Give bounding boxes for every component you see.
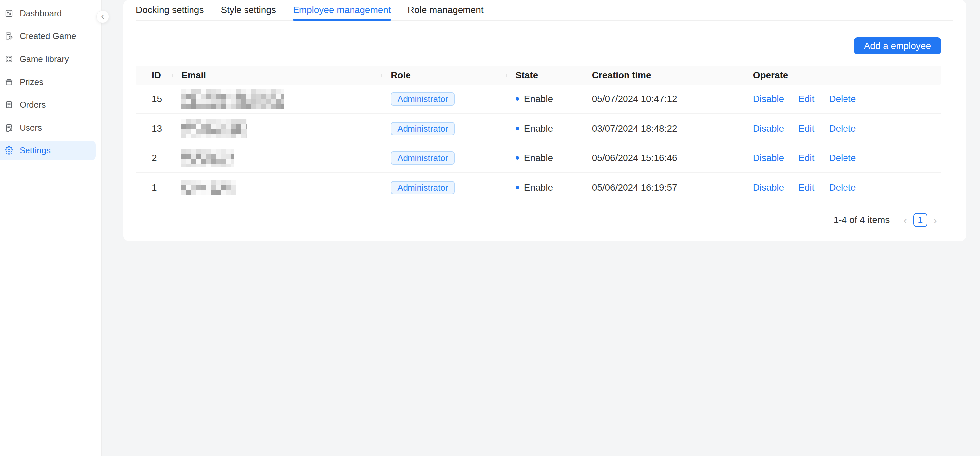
cell-operate: Disable Edit Delete bbox=[744, 123, 941, 134]
cell-creation-time: 05/06/2024 15:16:46 bbox=[583, 153, 744, 163]
delete-link[interactable]: Delete bbox=[829, 153, 856, 163]
disable-link[interactable]: Disable bbox=[753, 182, 784, 193]
cell-id: 15 bbox=[136, 94, 172, 104]
cell-id: 13 bbox=[136, 123, 172, 134]
table-row: 1 Administrator Enable 05/06/2024 16:19:… bbox=[136, 173, 941, 202]
edit-link[interactable]: Edit bbox=[799, 182, 815, 193]
sidebar-item-settings[interactable]: Settings bbox=[0, 140, 96, 160]
delete-link[interactable]: Delete bbox=[829, 94, 856, 104]
chevron-left-icon: ‹ bbox=[101, 11, 104, 21]
sidebar-item-label: Prizes bbox=[19, 77, 43, 87]
column-header-creation-time: Creation time bbox=[583, 70, 744, 81]
state-label: Enable bbox=[524, 123, 553, 134]
cell-id: 2 bbox=[136, 153, 172, 163]
sidebar-item-prizes[interactable]: Prizes bbox=[0, 72, 101, 92]
cell-state: Enable bbox=[506, 123, 583, 134]
enable-status-dot bbox=[515, 186, 519, 189]
sidebar-item-game-library[interactable]: Game library bbox=[0, 49, 101, 69]
cell-operate: Disable Edit Delete bbox=[744, 153, 941, 163]
tab-style-settings[interactable]: Style settings bbox=[221, 0, 276, 20]
cell-email bbox=[172, 149, 381, 167]
game-library-icon bbox=[5, 55, 13, 63]
settings-tabs: Docking settings Style settings Employee… bbox=[136, 0, 953, 21]
employee-table: ID Email Role State Creation time Operat… bbox=[136, 65, 941, 202]
sidebar: Dashboard Created Game Game library Priz… bbox=[0, 0, 102, 456]
state-label: Enable bbox=[524, 94, 553, 104]
column-header-state: State bbox=[506, 70, 583, 81]
sidebar-item-label: Dashboard bbox=[19, 8, 62, 19]
users-icon bbox=[5, 123, 13, 132]
cell-email bbox=[172, 119, 381, 138]
prizes-icon bbox=[5, 78, 13, 86]
cell-creation-time: 05/07/2024 10:47:12 bbox=[583, 94, 744, 104]
sidebar-item-dashboard[interactable]: Dashboard bbox=[0, 3, 101, 23]
disable-link[interactable]: Disable bbox=[753, 153, 784, 163]
tab-role-management[interactable]: Role management bbox=[408, 0, 484, 20]
cell-creation-time: 03/07/2024 18:48:22 bbox=[583, 123, 744, 134]
tab-docking-settings[interactable]: Docking settings bbox=[136, 0, 204, 20]
cell-creation-time: 05/06/2024 16:19:57 bbox=[583, 182, 744, 193]
pagination-prev-icon[interactable]: ‹ bbox=[899, 214, 911, 226]
pagination-summary: 1-4 of 4 items bbox=[834, 215, 890, 225]
sidebar-item-label: Settings bbox=[19, 145, 51, 156]
dashboard-icon bbox=[5, 9, 13, 18]
cell-id: 1 bbox=[136, 182, 172, 193]
sidebar-item-users[interactable]: Users bbox=[0, 118, 101, 137]
cell-state: Enable bbox=[506, 182, 583, 193]
cell-state: Enable bbox=[506, 153, 583, 163]
state-label: Enable bbox=[524, 182, 553, 193]
column-header-email: Email bbox=[172, 70, 381, 81]
cell-state: Enable bbox=[506, 94, 583, 104]
cell-operate: Disable Edit Delete bbox=[744, 182, 941, 193]
pagination: 1-4 of 4 items ‹ 1 › bbox=[136, 213, 941, 227]
table-row: 15 Administrator Enable 05/07/2024 10:47… bbox=[136, 85, 941, 114]
settings-icon bbox=[5, 146, 13, 155]
pagination-page-1[interactable]: 1 bbox=[913, 213, 928, 227]
disable-link[interactable]: Disable bbox=[753, 123, 784, 134]
delete-link[interactable]: Delete bbox=[829, 123, 856, 134]
sidebar-item-label: Orders bbox=[19, 100, 46, 110]
cell-operate: Disable Edit Delete bbox=[744, 94, 941, 104]
delete-link[interactable]: Delete bbox=[829, 182, 856, 193]
enable-status-dot bbox=[515, 127, 519, 130]
redacted-email bbox=[181, 149, 234, 167]
sidebar-item-label: Created Game bbox=[19, 31, 76, 41]
cell-email bbox=[172, 89, 381, 109]
toolbar: Add a employee bbox=[136, 37, 941, 54]
table-row: 13 Administrator Enable 03/07/2024 18:48… bbox=[136, 114, 941, 143]
edit-link[interactable]: Edit bbox=[799, 123, 815, 134]
created-game-icon bbox=[5, 32, 13, 40]
column-header-role: Role bbox=[381, 70, 506, 81]
sidebar-item-label: Game library bbox=[19, 54, 69, 64]
enable-status-dot bbox=[515, 97, 519, 101]
redacted-email bbox=[181, 119, 247, 138]
state-label: Enable bbox=[524, 153, 553, 163]
role-badge: Administrator bbox=[391, 122, 455, 135]
cell-email bbox=[172, 180, 381, 195]
orders-icon bbox=[5, 100, 13, 109]
pagination-next-icon[interactable]: › bbox=[929, 214, 941, 226]
role-badge: Administrator bbox=[391, 151, 455, 165]
edit-link[interactable]: Edit bbox=[799, 153, 815, 163]
enable-status-dot bbox=[515, 156, 519, 160]
sidebar-item-orders[interactable]: Orders bbox=[0, 95, 101, 115]
table-header-row: ID Email Role State Creation time Operat… bbox=[136, 65, 941, 85]
main-area: Docking settings Style settings Employee… bbox=[102, 0, 980, 456]
sidebar-collapse-button[interactable]: ‹ bbox=[96, 10, 109, 23]
edit-link[interactable]: Edit bbox=[799, 94, 815, 104]
cell-role: Administrator bbox=[381, 122, 506, 135]
role-badge: Administrator bbox=[391, 181, 455, 194]
sidebar-item-label: Users bbox=[19, 123, 42, 133]
cell-role: Administrator bbox=[381, 181, 506, 194]
column-header-id: ID bbox=[136, 70, 172, 81]
disable-link[interactable]: Disable bbox=[753, 94, 784, 104]
add-employee-button[interactable]: Add a employee bbox=[854, 37, 941, 54]
cell-role: Administrator bbox=[381, 92, 506, 106]
redacted-email bbox=[181, 180, 235, 195]
cell-role: Administrator bbox=[381, 151, 506, 165]
sidebar-item-created-game[interactable]: Created Game bbox=[0, 26, 101, 46]
table-row: 2 Administrator Enable 05/06/2024 15:16:… bbox=[136, 143, 941, 173]
content-card: Docking settings Style settings Employee… bbox=[123, 0, 966, 241]
tab-employee-management[interactable]: Employee management bbox=[293, 0, 391, 20]
redacted-email bbox=[181, 89, 284, 109]
